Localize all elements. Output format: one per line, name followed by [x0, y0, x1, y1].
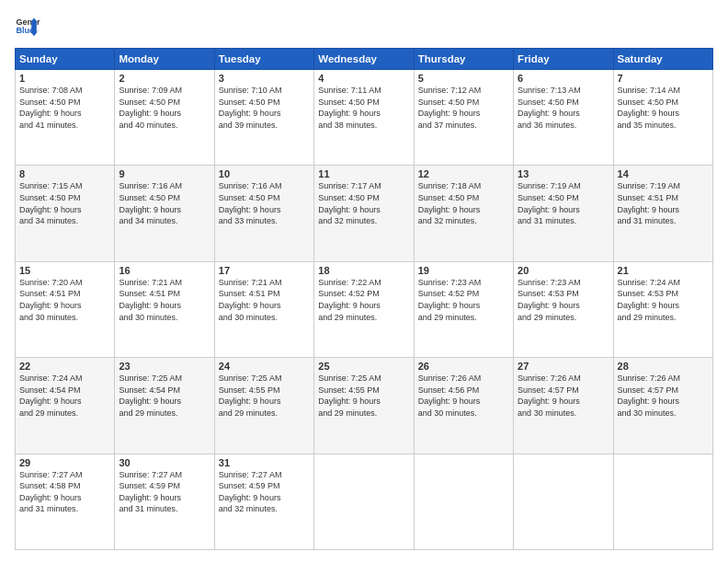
calendar-cell: 26Sunrise: 7:26 AM Sunset: 4:56 PM Dayli…	[414, 358, 513, 454]
day-info: Sunrise: 7:27 AM Sunset: 4:59 PM Dayligh…	[119, 469, 210, 515]
col-header-sunday: Sunday	[16, 49, 115, 70]
week-row-4: 22Sunrise: 7:24 AM Sunset: 4:54 PM Dayli…	[16, 358, 713, 454]
calendar-cell: 7Sunrise: 7:14 AM Sunset: 4:50 PM Daylig…	[613, 70, 712, 166]
day-info: Sunrise: 7:19 AM Sunset: 4:51 PM Dayligh…	[618, 180, 709, 226]
day-number: 22	[19, 361, 110, 372]
day-info: Sunrise: 7:11 AM Sunset: 4:50 PM Dayligh…	[318, 85, 409, 131]
day-number: 2	[119, 73, 210, 84]
day-info: Sunrise: 7:26 AM Sunset: 4:57 PM Dayligh…	[518, 373, 609, 419]
day-info: Sunrise: 7:15 AM Sunset: 4:50 PM Dayligh…	[19, 180, 110, 226]
day-number: 12	[418, 168, 509, 179]
calendar-cell: 19Sunrise: 7:23 AM Sunset: 4:52 PM Dayli…	[414, 261, 513, 357]
day-info: Sunrise: 7:24 AM Sunset: 4:54 PM Dayligh…	[19, 373, 110, 419]
calendar-cell	[613, 454, 712, 549]
calendar-cell: 30Sunrise: 7:27 AM Sunset: 4:59 PM Dayli…	[115, 454, 214, 549]
calendar-cell: 29Sunrise: 7:27 AM Sunset: 4:58 PM Dayli…	[16, 454, 115, 549]
calendar-cell: 8Sunrise: 7:15 AM Sunset: 4:50 PM Daylig…	[16, 166, 115, 261]
calendar-cell: 14Sunrise: 7:19 AM Sunset: 4:51 PM Dayli…	[613, 166, 712, 261]
week-row-1: 1Sunrise: 7:08 AM Sunset: 4:50 PM Daylig…	[16, 70, 713, 166]
day-number: 7	[618, 73, 709, 84]
col-header-saturday: Saturday	[613, 49, 712, 70]
calendar-cell: 15Sunrise: 7:20 AM Sunset: 4:51 PM Dayli…	[16, 261, 115, 357]
col-header-monday: Monday	[115, 49, 214, 70]
day-number: 9	[119, 168, 210, 179]
day-number: 15	[19, 265, 110, 276]
calendar-cell: 27Sunrise: 7:26 AM Sunset: 4:57 PM Dayli…	[514, 358, 613, 454]
calendar-cell: 1Sunrise: 7:08 AM Sunset: 4:50 PM Daylig…	[16, 70, 115, 166]
day-info: Sunrise: 7:16 AM Sunset: 4:50 PM Dayligh…	[119, 180, 210, 226]
col-header-thursday: Thursday	[414, 49, 513, 70]
day-info: Sunrise: 7:10 AM Sunset: 4:50 PM Dayligh…	[219, 85, 310, 131]
day-number: 18	[318, 265, 409, 276]
day-info: Sunrise: 7:22 AM Sunset: 4:52 PM Dayligh…	[318, 277, 409, 323]
day-info: Sunrise: 7:13 AM Sunset: 4:50 PM Dayligh…	[518, 85, 609, 131]
week-row-5: 29Sunrise: 7:27 AM Sunset: 4:58 PM Dayli…	[16, 454, 713, 549]
day-number: 4	[318, 73, 409, 84]
calendar-cell	[514, 454, 613, 549]
calendar-cell: 18Sunrise: 7:22 AM Sunset: 4:52 PM Dayli…	[314, 261, 414, 357]
day-info: Sunrise: 7:26 AM Sunset: 4:56 PM Dayligh…	[418, 373, 509, 419]
day-number: 19	[418, 265, 509, 276]
day-info: Sunrise: 7:25 AM Sunset: 4:55 PM Dayligh…	[318, 373, 409, 419]
day-info: Sunrise: 7:20 AM Sunset: 4:51 PM Dayligh…	[19, 277, 110, 323]
svg-text:Blue: Blue	[16, 26, 34, 35]
day-info: Sunrise: 7:23 AM Sunset: 4:52 PM Dayligh…	[418, 277, 509, 323]
day-number: 21	[618, 265, 709, 276]
calendar-cell: 5Sunrise: 7:12 AM Sunset: 4:50 PM Daylig…	[414, 70, 513, 166]
week-row-3: 15Sunrise: 7:20 AM Sunset: 4:51 PM Dayli…	[16, 261, 713, 357]
calendar-cell: 25Sunrise: 7:25 AM Sunset: 4:55 PM Dayli…	[314, 358, 414, 454]
calendar-cell: 4Sunrise: 7:11 AM Sunset: 4:50 PM Daylig…	[314, 70, 414, 166]
calendar-cell: 17Sunrise: 7:21 AM Sunset: 4:51 PM Dayli…	[214, 261, 313, 357]
col-header-friday: Friday	[514, 49, 613, 70]
calendar-cell: 13Sunrise: 7:19 AM Sunset: 4:50 PM Dayli…	[514, 166, 613, 261]
calendar-cell: 2Sunrise: 7:09 AM Sunset: 4:50 PM Daylig…	[115, 70, 214, 166]
col-header-tuesday: Tuesday	[214, 49, 313, 70]
calendar-table: SundayMondayTuesdayWednesdayThursdayFrid…	[15, 48, 713, 550]
calendar-cell: 28Sunrise: 7:26 AM Sunset: 4:57 PM Dayli…	[613, 358, 712, 454]
week-row-2: 8Sunrise: 7:15 AM Sunset: 4:50 PM Daylig…	[16, 166, 713, 261]
calendar-cell: 12Sunrise: 7:18 AM Sunset: 4:50 PM Dayli…	[414, 166, 513, 261]
day-number: 23	[119, 361, 210, 372]
calendar-cell: 22Sunrise: 7:24 AM Sunset: 4:54 PM Dayli…	[16, 358, 115, 454]
day-number: 25	[318, 361, 409, 372]
day-info: Sunrise: 7:09 AM Sunset: 4:50 PM Dayligh…	[119, 85, 210, 131]
day-number: 5	[418, 73, 509, 84]
logo: General Blue	[15, 13, 40, 39]
day-info: Sunrise: 7:12 AM Sunset: 4:50 PM Dayligh…	[418, 85, 509, 131]
day-number: 20	[518, 265, 609, 276]
day-info: Sunrise: 7:24 AM Sunset: 4:53 PM Dayligh…	[618, 277, 709, 323]
calendar-cell: 9Sunrise: 7:16 AM Sunset: 4:50 PM Daylig…	[115, 166, 214, 261]
day-info: Sunrise: 7:18 AM Sunset: 4:50 PM Dayligh…	[418, 180, 509, 226]
day-number: 27	[518, 361, 609, 372]
day-info: Sunrise: 7:14 AM Sunset: 4:50 PM Dayligh…	[618, 85, 709, 131]
day-number: 16	[119, 265, 210, 276]
calendar-cell: 21Sunrise: 7:24 AM Sunset: 4:53 PM Dayli…	[613, 261, 712, 357]
calendar-cell	[314, 454, 414, 549]
calendar-cell: 20Sunrise: 7:23 AM Sunset: 4:53 PM Dayli…	[514, 261, 613, 357]
day-info: Sunrise: 7:19 AM Sunset: 4:50 PM Dayligh…	[518, 180, 609, 226]
day-info: Sunrise: 7:16 AM Sunset: 4:50 PM Dayligh…	[219, 180, 310, 226]
day-info: Sunrise: 7:25 AM Sunset: 4:55 PM Dayligh…	[219, 373, 310, 419]
calendar-cell	[414, 454, 513, 549]
calendar-cell: 11Sunrise: 7:17 AM Sunset: 4:50 PM Dayli…	[314, 166, 414, 261]
day-info: Sunrise: 7:21 AM Sunset: 4:51 PM Dayligh…	[119, 277, 210, 323]
day-number: 31	[219, 457, 310, 468]
day-number: 8	[19, 168, 110, 179]
day-number: 17	[219, 265, 310, 276]
calendar-cell: 10Sunrise: 7:16 AM Sunset: 4:50 PM Dayli…	[214, 166, 313, 261]
day-info: Sunrise: 7:26 AM Sunset: 4:57 PM Dayligh…	[618, 373, 709, 419]
page: General Blue SundayMondayTuesdayWednesda…	[0, 0, 728, 563]
day-number: 11	[318, 168, 409, 179]
calendar-cell: 24Sunrise: 7:25 AM Sunset: 4:55 PM Dayli…	[214, 358, 313, 454]
day-number: 3	[219, 73, 310, 84]
col-header-wednesday: Wednesday	[314, 49, 414, 70]
day-info: Sunrise: 7:25 AM Sunset: 4:54 PM Dayligh…	[119, 373, 210, 419]
calendar-cell: 6Sunrise: 7:13 AM Sunset: 4:50 PM Daylig…	[514, 70, 613, 166]
calendar-cell: 23Sunrise: 7:25 AM Sunset: 4:54 PM Dayli…	[115, 358, 214, 454]
day-number: 14	[618, 168, 709, 179]
day-info: Sunrise: 7:08 AM Sunset: 4:50 PM Dayligh…	[19, 85, 110, 131]
day-number: 10	[219, 168, 310, 179]
day-info: Sunrise: 7:17 AM Sunset: 4:50 PM Dayligh…	[318, 180, 409, 226]
calendar-cell: 3Sunrise: 7:10 AM Sunset: 4:50 PM Daylig…	[214, 70, 313, 166]
header: General Blue	[15, 13, 713, 39]
